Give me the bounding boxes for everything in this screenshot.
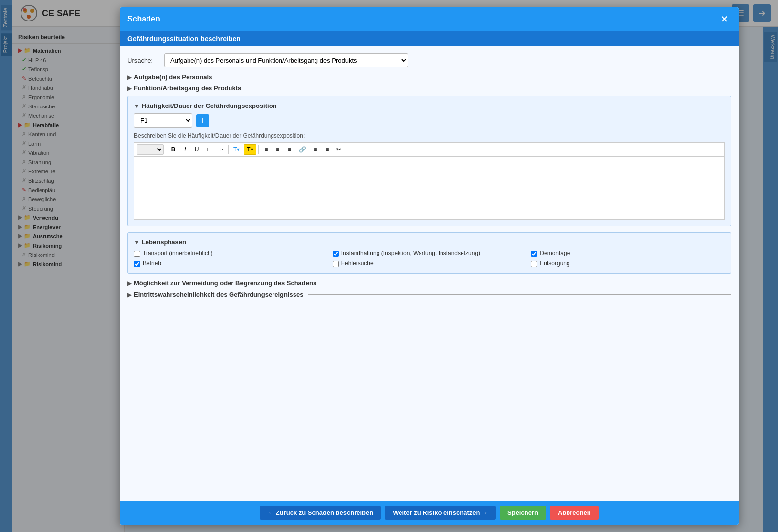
section-aufgaben-collapse[interactable]: ▶ Aufgabe(n) des Personals (127, 73, 731, 81)
info-btn[interactable]: i (196, 114, 209, 127)
toolbar-sep-1 (166, 145, 166, 154)
aufgaben-line (216, 77, 731, 77)
eintritts-label: Eintrittswahrscheinlichkeit des Gefährdu… (134, 291, 304, 298)
describe-label: Beschreiben Sie die Häufigkeit/Dauer der… (134, 132, 725, 139)
checkbox-entsorgung: Entsorgung (531, 260, 725, 267)
italic-btn[interactable]: I (180, 144, 190, 155)
section-haeufigkeit-header: ▼ Häufigkeit/Dauer der Gefährdungsexposi… (134, 102, 725, 109)
text-color-btn[interactable]: T▾ (231, 144, 243, 155)
moeglichkeit-label: Möglichkeit zur Vermeidung oder Begrenzu… (134, 279, 316, 287)
align-left-btn[interactable]: ≡ (261, 144, 272, 155)
superscript-btn[interactable]: T+ (203, 144, 214, 155)
unordered-list-btn[interactable]: ≡ (322, 144, 333, 155)
section-haeufigkeit-box: ▼ Häufigkeit/Dauer der Gefährdungsexposi… (127, 96, 731, 226)
modal-schaden: Schaden ✕ Gefährdungssituation beschreib… (120, 7, 739, 525)
more-btn[interactable]: ✂ (334, 144, 344, 155)
lebensphasen-box: ▼ Lebensphasen Transport (innerbetriebli… (127, 232, 731, 274)
ursache-label: Ursache: (127, 57, 159, 64)
section-funktion-collapse[interactable]: ▶ Funktion/Arbeitsgang des Produkts (127, 85, 731, 92)
eintritts-arrow-icon: ▶ (127, 291, 132, 298)
link-btn[interactable]: 🔗 (296, 144, 309, 155)
f1-select[interactable]: F1 F2 (134, 113, 192, 128)
modal-header: Schaden ✕ (120, 7, 739, 31)
checkbox-entsorgung-label: Entsorgung (540, 260, 569, 267)
section-moeglichkeit-collapse[interactable]: ▶ Möglichkeit zur Vermeidung oder Begren… (127, 279, 731, 287)
toolbar-sep-3 (258, 145, 259, 154)
aufgaben-label: Aufgabe(n) des Personals (134, 73, 212, 81)
checkbox-fehlersuche-input[interactable] (333, 261, 339, 267)
checkbox-transport-label: Transport (innerbetrieblich) (143, 250, 213, 256)
section-lebensphasen-wrapper: ▼ Lebensphasen Transport (innerbetriebli… (127, 232, 731, 274)
checkbox-instandhaltung-input[interactable] (333, 251, 339, 257)
modal-subheader: Gefährdungssituation beschreiben (120, 31, 739, 46)
checkbox-demontage-label: Demontage (540, 250, 570, 256)
subscript-btn[interactable]: T- (215, 144, 226, 155)
haeufigkeit-title: Häufigkeit/Dauer der Gefährdungsexpositi… (142, 102, 277, 109)
editor-toolbar: B I U T+ T- T▾ T▾ ≡ ≡ ≡ 🔗 ≡ ≡ ✂ (134, 142, 725, 156)
checkbox-betrieb-input[interactable] (134, 261, 140, 267)
section-eintritts-collapse[interactable]: ▶ Eintrittswahrscheinlichkeit des Gefähr… (127, 291, 731, 298)
lebensphasen-header: ▼ Lebensphasen (134, 238, 725, 246)
ursache-row: Ursache: Aufgabe(n) des Personals und Fu… (127, 53, 731, 67)
align-center-btn[interactable]: ≡ (273, 144, 283, 155)
ordered-list-btn[interactable]: ≡ (310, 144, 321, 155)
btn-back[interactable]: ← Zurück zu Schaden beschreiben (260, 506, 381, 520)
checkbox-fehlersuche: Fehlersuche (333, 260, 526, 267)
moeglichkeit-arrow-icon: ▶ (127, 280, 132, 287)
checkbox-instandhaltung-label: Instandhaltung (Inspektion, Wartung, Ins… (341, 250, 480, 256)
underline-btn[interactable]: U (191, 144, 202, 155)
section-haeufigkeit-wrapper: ▼ Häufigkeit/Dauer der Gefährdungsexposi… (127, 96, 731, 226)
format-select[interactable] (137, 144, 164, 155)
btn-next[interactable]: Weiter zu Risiko einschätzen → (385, 506, 496, 520)
lebensphasen-title: Lebensphasen (142, 238, 186, 246)
funktion-arrow-icon: ▶ (127, 85, 132, 92)
checkbox-fehlersuche-label: Fehlersuche (341, 260, 374, 267)
checkbox-demontage: Demontage (531, 250, 725, 257)
eintritts-line (308, 294, 732, 295)
checkbox-betrieb: Betrieb (134, 260, 328, 267)
checkbox-demontage-input[interactable] (531, 251, 537, 257)
modal-body: Ursache: Aufgabe(n) des Personals und Fu… (120, 46, 739, 501)
checkbox-transport-input[interactable] (134, 251, 140, 257)
checkbox-grid: Transport (innerbetrieblich) Instandhalt… (134, 250, 725, 267)
ursache-select[interactable]: Aufgabe(n) des Personals und Funktion/Ar… (164, 53, 408, 67)
aufgaben-arrow-icon: ▶ (127, 74, 132, 81)
checkbox-instandhaltung: Instandhaltung (Inspektion, Wartung, Ins… (333, 250, 526, 257)
moeglichkeit-line (320, 283, 731, 283)
funktion-line (245, 88, 731, 88)
modal-close-btn[interactable]: ✕ (717, 12, 731, 26)
checkbox-betrieb-label: Betrieb (143, 260, 161, 267)
highlight-btn[interactable]: T▾ (244, 144, 256, 155)
align-right-btn[interactable]: ≡ (284, 144, 295, 155)
editor-area[interactable] (134, 156, 725, 220)
btn-save[interactable]: Speichern (500, 506, 546, 520)
modal-footer: ← Zurück zu Schaden beschreiben Weiter z… (120, 501, 739, 525)
checkbox-entsorgung-input[interactable] (531, 261, 537, 267)
modal-title: Schaden (127, 15, 160, 23)
bold-btn[interactable]: B (168, 144, 179, 155)
funktion-label: Funktion/Arbeitsgang des Produkts (134, 85, 241, 92)
toolbar-sep-2 (228, 145, 229, 154)
checkbox-transport: Transport (innerbetrieblich) (134, 250, 328, 257)
btn-cancel[interactable]: Abbrechen (550, 506, 599, 520)
f1-row: F1 F2 i (134, 113, 725, 128)
